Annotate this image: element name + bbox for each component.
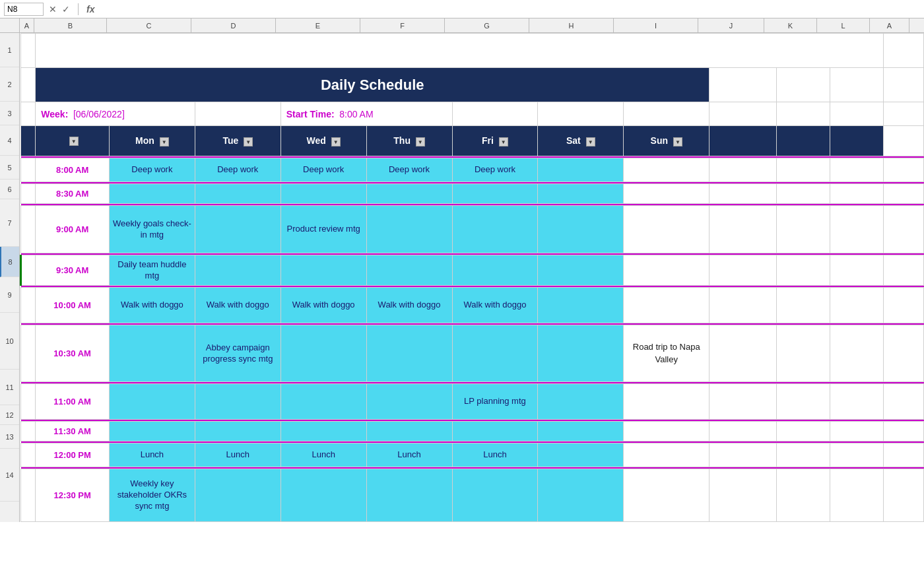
event-mon-1200[interactable]: Lunch	[109, 443, 195, 467]
start-time-value: 8:00 AM	[339, 109, 373, 119]
event-sat-830	[538, 184, 624, 204]
time-1000[interactable]: 10:00 AM	[36, 288, 110, 323]
col-header-h[interactable]: H	[529, 18, 614, 32]
col-header-e[interactable]: E	[276, 18, 360, 32]
row-num-8[interactable]: 8	[0, 247, 19, 277]
row-num-10[interactable]: 10	[0, 313, 19, 370]
row-num-2[interactable]: 2	[0, 67, 19, 102]
event-sat-1000	[538, 288, 624, 323]
col-header-i[interactable]: I	[614, 18, 698, 32]
cell-k4	[776, 126, 830, 156]
time-1100[interactable]: 11:00 AM	[36, 384, 110, 420]
time-1200[interactable]: 12:00 PM	[36, 443, 110, 467]
confirm-icon[interactable]: ✓	[62, 4, 70, 15]
event-tue-1200[interactable]: Lunch	[195, 443, 280, 467]
row-num-11[interactable]: 11	[0, 370, 19, 405]
row-num-3[interactable]: 3	[0, 102, 19, 125]
row-num-6[interactable]: 6	[0, 180, 19, 199]
col-header-l[interactable]: L	[817, 18, 870, 32]
cell-extra-3	[883, 102, 923, 126]
row-num-4[interactable]: 4	[0, 125, 19, 156]
time-900[interactable]: 9:00 AM	[36, 206, 110, 253]
event-mon-1000[interactable]: Walk with doggo	[109, 288, 195, 323]
fri-filter-btn[interactable]: ▼	[499, 137, 508, 147]
mon-filter-btn[interactable]: ▼	[160, 137, 169, 147]
col-header-g[interactable]: G	[445, 18, 529, 32]
event-wed-1030	[280, 325, 366, 382]
col-header-b[interactable]: B	[34, 18, 107, 32]
row-num-13[interactable]: 13	[0, 425, 19, 449]
formula-input[interactable]	[100, 3, 920, 15]
col-header-f[interactable]: F	[360, 18, 445, 32]
col-header-k[interactable]: K	[764, 18, 817, 32]
event-fri-1100[interactable]: LP planning mtg	[452, 384, 538, 420]
col-header-d[interactable]: D	[191, 18, 276, 32]
time-1230[interactable]: 12:30 PM	[36, 469, 110, 522]
event-wed-900[interactable]: Product review mtg	[280, 206, 366, 253]
column-headers: A B C D E F G H I J K L A	[0, 18, 924, 33]
col-header-a[interactable]: A	[20, 18, 34, 32]
cell-j6	[710, 184, 776, 204]
cell-i3	[624, 102, 710, 126]
cell-l14	[830, 469, 883, 522]
thu-filter-btn[interactable]: ▼	[416, 137, 425, 147]
cell-j10	[710, 325, 776, 382]
event-wed-800[interactable]: Deep work	[280, 158, 366, 182]
row-10: 10:30 AM Abbey campaign progress sync mt…	[21, 325, 924, 382]
row-num-7[interactable]: 7	[0, 199, 19, 247]
cell-reference[interactable]: N8	[4, 3, 44, 16]
time-filter-btn[interactable]: ▼	[69, 137, 79, 146]
separator	[78, 3, 79, 15]
event-fri-1000[interactable]: Walk with doggo	[452, 288, 538, 323]
cell-l5	[830, 158, 883, 182]
event-tue-800[interactable]: Deep work	[195, 158, 280, 182]
time-1030[interactable]: 10:30 AM	[36, 325, 110, 382]
header-fri: Fri ▼	[452, 126, 538, 156]
row-6: 8:30 AM	[21, 184, 924, 204]
event-thu-800[interactable]: Deep work	[366, 158, 452, 182]
tue-filter-btn[interactable]: ▼	[244, 137, 253, 147]
cell-extra-14	[883, 469, 923, 522]
row-num-12[interactable]: 12	[0, 405, 19, 425]
function-icon[interactable]: fx	[86, 4, 94, 15]
time-800[interactable]: 8:00 AM	[36, 158, 110, 182]
event-tue-1030[interactable]: Abbey campaign progress sync mtg	[195, 325, 280, 382]
event-sun-1030[interactable]: Road trip to Napa Valley	[624, 325, 710, 382]
schedule-title: Daily Schedule	[321, 77, 424, 93]
wed-filter-btn[interactable]: ▼	[331, 137, 341, 147]
row-num-14[interactable]: 14	[0, 449, 19, 502]
time-1130[interactable]: 11:30 AM	[36, 422, 110, 441]
col-header-c[interactable]: C	[107, 18, 191, 32]
row-num-1[interactable]: 1	[0, 33, 19, 67]
event-tue-1000[interactable]: Walk with doggo	[195, 288, 280, 323]
event-fri-1230	[452, 469, 538, 522]
header-sun: Sun ▼	[624, 126, 710, 156]
cell-extra-5	[883, 158, 923, 182]
row-num-5[interactable]: 5	[0, 156, 19, 180]
sun-filter-btn[interactable]: ▼	[673, 137, 682, 147]
event-fri-1030	[452, 325, 538, 382]
col-header-j[interactable]: J	[698, 18, 764, 32]
event-mon-1100	[109, 384, 195, 420]
cancel-icon[interactable]: ✕	[49, 4, 57, 15]
row-num-9[interactable]: 9	[0, 277, 19, 313]
event-fri-1200[interactable]: Lunch	[452, 443, 538, 467]
col-header-extra[interactable]: A	[870, 18, 909, 32]
cell-extra-2	[883, 68, 923, 102]
event-mon-930[interactable]: Daily team huddle mtg	[109, 255, 195, 286]
time-930[interactable]: 9:30 AM	[36, 255, 110, 286]
sat-filter-btn[interactable]: ▼	[586, 137, 595, 147]
event-wed-1200[interactable]: Lunch	[280, 443, 366, 467]
event-thu-1000[interactable]: Walk with doggo	[366, 288, 452, 323]
cell-k7	[776, 206, 830, 253]
event-fri-800[interactable]: Deep work	[452, 158, 538, 182]
event-thu-1200[interactable]: Lunch	[366, 443, 452, 467]
cell-b1	[36, 34, 884, 68]
event-mon-800[interactable]: Deep work	[109, 158, 195, 182]
cell-k6	[776, 184, 830, 204]
event-wed-1000[interactable]: Walk with doggo	[280, 288, 366, 323]
time-830[interactable]: 8:30 AM	[36, 184, 110, 204]
event-mon-1230[interactable]: Weekly key stakeholder OKRs sync mtg	[109, 469, 195, 522]
event-mon-900[interactable]: Weekly goals check-in mtg	[109, 206, 195, 253]
event-mon-830	[109, 184, 195, 204]
